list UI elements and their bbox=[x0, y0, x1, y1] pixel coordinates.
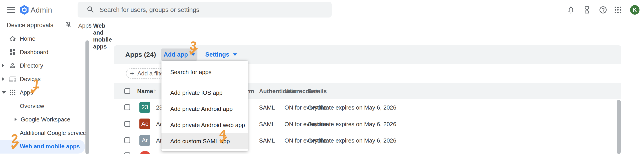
sidebar-item-apps[interactable]: Apps bbox=[0, 86, 90, 99]
sort-ascending-icon[interactable]: ↑ bbox=[153, 87, 156, 95]
sidebar-item-devices[interactable]: Devices bbox=[0, 72, 90, 86]
app-monogram: Ar bbox=[140, 135, 150, 146]
menu-icon[interactable] bbox=[7, 7, 15, 13]
apps-dots-icon bbox=[9, 89, 16, 96]
expand-chevron-icon[interactable] bbox=[2, 77, 4, 81]
annotation-check-icon: ✔ bbox=[10, 139, 21, 152]
column-header-name[interactable]: Name bbox=[137, 88, 153, 95]
help-icon[interactable] bbox=[599, 5, 607, 14]
menu-item-add-private-android-app[interactable]: Add private Android app bbox=[170, 106, 233, 113]
authentication-cell: SAML bbox=[259, 104, 275, 111]
chevron-down-icon bbox=[233, 53, 237, 56]
sidebar-scrollbar[interactable] bbox=[86, 40, 89, 154]
avatar-letter: K bbox=[633, 7, 636, 13]
person-icon bbox=[9, 62, 16, 69]
header-divider bbox=[78, 32, 644, 32]
annotation-check-icon: ✔ bbox=[218, 133, 229, 147]
apps-grid-icon[interactable] bbox=[614, 5, 622, 14]
search-placeholder: Search for users, groups or settings bbox=[100, 6, 200, 13]
row-checkbox[interactable] bbox=[124, 137, 130, 143]
menu-divider bbox=[162, 82, 248, 82]
authentication-cell: SAML bbox=[259, 137, 275, 144]
details-cell: Certificate expires on May 6, 2026 bbox=[308, 137, 396, 144]
sidebar-item-dashboard[interactable]: Dashboard bbox=[0, 45, 90, 59]
row-checkbox[interactable] bbox=[124, 153, 130, 154]
collapse-chevron-icon[interactable] bbox=[2, 91, 6, 94]
dashboard-icon bbox=[9, 48, 16, 56]
home-icon bbox=[9, 35, 16, 42]
app-monogram: Ac bbox=[140, 119, 150, 129]
settings-button[interactable]: Settings bbox=[205, 48, 237, 61]
menu-item-add-private-ios-app[interactable]: Add private iOS app bbox=[170, 89, 222, 96]
details-cell: Certificate expires on May 6, 2026 bbox=[308, 104, 396, 111]
devices-icon bbox=[9, 75, 16, 83]
annotation-check-icon: ✔ bbox=[29, 83, 41, 97]
sidebar-item-home[interactable]: Home bbox=[0, 32, 90, 45]
notifications-icon[interactable] bbox=[567, 5, 575, 14]
pin-off-icon[interactable] bbox=[65, 21, 72, 28]
app-monogram: 23 bbox=[140, 102, 150, 113]
add-app-menu: Search for apps Add private iOS app Add … bbox=[162, 61, 248, 151]
column-header-details[interactable]: Details bbox=[308, 88, 327, 95]
row-checkbox[interactable] bbox=[124, 104, 130, 110]
menu-item-add-private-android-web-app[interactable]: Add private Android web app bbox=[170, 122, 245, 129]
table-scrollbar[interactable] bbox=[617, 100, 620, 154]
page-title: Apps (24) bbox=[125, 51, 156, 58]
tasks-hourglass-icon[interactable] bbox=[582, 5, 591, 14]
search-icon bbox=[86, 5, 95, 14]
details-cell: Certificate expires on May 6, 2026 bbox=[308, 121, 396, 128]
sidebar-item-directory[interactable]: Directory bbox=[0, 59, 90, 72]
expand-chevron-icon[interactable] bbox=[2, 64, 4, 68]
section-label: Device approvals bbox=[7, 22, 53, 29]
brand-title: Admin bbox=[30, 6, 52, 14]
breadcrumb-separator: > bbox=[88, 21, 91, 28]
sidebar-item-overview[interactable]: Overview bbox=[0, 99, 90, 113]
breadcrumb-current: Web and mobile apps bbox=[93, 22, 112, 50]
select-all-checkbox[interactable] bbox=[124, 88, 130, 94]
plus-icon: + bbox=[130, 70, 134, 77]
google-admin-logo bbox=[19, 4, 30, 15]
expand-chevron-icon[interactable] bbox=[14, 118, 17, 121]
menu-item-search-for-apps[interactable]: Search for apps bbox=[170, 69, 212, 76]
annotation-check-icon: ✔ bbox=[187, 44, 200, 59]
account-avatar[interactable]: K bbox=[630, 5, 640, 14]
row-checkbox[interactable] bbox=[124, 121, 130, 127]
authentication-cell: SAML bbox=[259, 121, 275, 128]
sidebar-item-google-workspace[interactable]: Google Workspace bbox=[0, 113, 90, 126]
